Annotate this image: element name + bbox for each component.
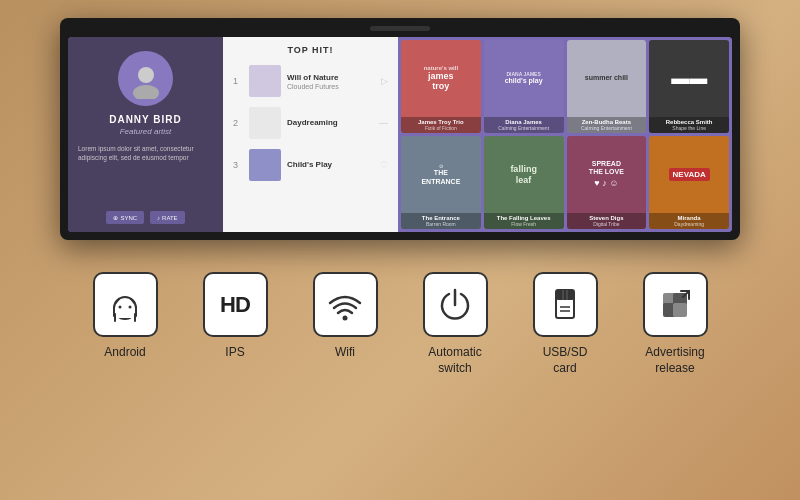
album-card[interactable]: fallingleaf The Falling Leaves Flow Fres…	[484, 136, 564, 229]
artist-desc: Lorem ipsum dolor sit amet, consectetur …	[78, 144, 213, 162]
svg-point-12	[343, 315, 348, 320]
album-info: James Troy Trio Fizik of Fiction	[401, 117, 481, 133]
svg-point-7	[129, 305, 132, 308]
list-item[interactable]: 3 Child's Play ♡	[233, 149, 388, 181]
rate-icon: ♪	[157, 215, 160, 221]
power-icon-box	[423, 272, 488, 337]
album-cover: nature's will jamestroy	[401, 40, 481, 117]
screen: DANNY BIRD Featured artist Lorem ipsum d…	[68, 37, 732, 232]
album-info: The Falling Leaves Flow Fresh	[484, 213, 564, 229]
monitor-notch	[370, 26, 430, 31]
album-card[interactable]: NEVADA Miranda Daydreaming	[649, 136, 729, 229]
album-cover: fallingleaf	[484, 136, 564, 213]
album-info: The Entrance Barren Room	[401, 213, 481, 229]
android-icon-box	[93, 272, 158, 337]
play-icon: ▷	[381, 76, 388, 86]
auto-switch-label: Automatic switch	[428, 345, 481, 376]
hd-icon: HD	[220, 292, 250, 318]
advertising-release-icon	[655, 285, 695, 325]
track-info: Child's Play	[287, 160, 374, 170]
album-cover: ▬▬	[649, 40, 729, 117]
rate-button[interactable]: ♪ RATE	[150, 211, 185, 224]
album-cover: ⊙ THEENTRANCE	[401, 136, 481, 213]
album-info: Zen-Budha Beats Calming Entertainment	[567, 117, 647, 133]
album-cover: DIANA JAMES child's play	[484, 40, 564, 117]
feature-adv-release: Advertising release	[643, 272, 708, 376]
artist-subtitle: Featured artist	[120, 127, 172, 136]
features-section: Android HD IPS Wifi Automatic switch	[0, 250, 800, 376]
monitor-wrapper: DANNY BIRD Featured artist Lorem ipsum d…	[60, 18, 740, 240]
top-hits-panel: TOP HIT! 1 Will of Nature Clouded Future…	[223, 37, 398, 232]
monitor-section: DANNY BIRD Featured artist Lorem ipsum d…	[0, 0, 800, 250]
album-card[interactable]: SPREADTHE LOVE ♥ ♪ ☺ Steven Digs Digital…	[567, 136, 647, 229]
svg-point-6	[119, 305, 122, 308]
artist-actions: ⊕ SYNC ♪ RATE	[106, 211, 184, 224]
android-label: Android	[104, 345, 145, 361]
list-item[interactable]: 2 Daydreaming —	[233, 107, 388, 139]
track-name: Will of Nature	[287, 73, 375, 82]
play-icon: —	[379, 118, 388, 128]
feature-auto-switch: Automatic switch	[423, 272, 488, 376]
album-info: Diana James Calming Entertainment	[484, 117, 564, 133]
svg-point-0	[138, 67, 154, 83]
album-card[interactable]: DIANA JAMES child's play Diana James Cal…	[484, 40, 564, 133]
feature-usb-sd: USB/SD card	[533, 272, 598, 376]
track-number: 2	[233, 118, 243, 128]
usb-sd-label: USB/SD card	[543, 345, 588, 376]
track-name: Child's Play	[287, 160, 374, 169]
feature-ips: HD IPS	[203, 272, 268, 361]
track-thumbnail	[249, 65, 281, 97]
svg-rect-15	[556, 290, 574, 300]
track-info: Daydreaming	[287, 118, 373, 128]
album-card[interactable]: ⊙ THEENTRANCE The Entrance Barren Room	[401, 136, 481, 229]
sync-button[interactable]: ⊕ SYNC	[106, 211, 144, 224]
album-info: Steven Digs Digital Tribe	[567, 213, 647, 229]
feature-android: Android	[93, 272, 158, 361]
track-name: Daydreaming	[287, 118, 373, 127]
feature-wifi: Wifi	[313, 272, 378, 361]
album-info: Rebbecca Smith Shape the Line	[649, 117, 729, 133]
wifi-label: Wifi	[335, 345, 355, 361]
track-thumbnail	[249, 149, 281, 181]
track-info: Will of Nature Clouded Futures	[287, 73, 375, 90]
svg-rect-23	[673, 303, 687, 317]
wifi-icon-box	[313, 272, 378, 337]
usb-icon-box	[533, 272, 598, 337]
album-cover: summer chill	[567, 40, 647, 117]
svg-point-1	[133, 85, 159, 99]
favorite-icon: ♡	[380, 160, 388, 170]
track-artist: Clouded Futures	[287, 83, 375, 90]
track-thumbnail	[249, 107, 281, 139]
top-hits-title: TOP HIT!	[233, 45, 388, 55]
svg-rect-3	[115, 308, 135, 318]
ips-label: IPS	[225, 345, 244, 361]
album-card[interactable]: nature's will jamestroy James Troy Trio …	[401, 40, 481, 133]
adv-icon-box	[643, 272, 708, 337]
sync-icon: ⊕	[113, 214, 118, 221]
list-item[interactable]: 1 Will of Nature Clouded Futures ▷	[233, 65, 388, 97]
wifi-icon	[325, 285, 365, 325]
album-grid: nature's will jamestroy James Troy Trio …	[398, 37, 732, 232]
album-card[interactable]: summer chill Zen-Budha Beats Calming Ent…	[567, 40, 647, 133]
monitor-bezel: DANNY BIRD Featured artist Lorem ipsum d…	[60, 18, 740, 240]
album-cover: NEVADA	[649, 136, 729, 213]
track-number: 3	[233, 160, 243, 170]
power-icon	[435, 285, 475, 325]
avatar	[118, 51, 173, 106]
album-cover: SPREADTHE LOVE ♥ ♪ ☺	[567, 136, 647, 213]
artist-name: DANNY BIRD	[109, 114, 182, 125]
usb-sd-icon	[545, 285, 585, 325]
artist-panel: DANNY BIRD Featured artist Lorem ipsum d…	[68, 37, 223, 232]
android-icon	[106, 286, 144, 324]
album-card[interactable]: ▬▬ Rebbecca Smith Shape the Line	[649, 40, 729, 133]
track-number: 1	[233, 76, 243, 86]
ips-icon-box: HD	[203, 272, 268, 337]
album-info: Miranda Daydreaming	[649, 213, 729, 229]
adv-release-label: Advertising release	[645, 345, 704, 376]
